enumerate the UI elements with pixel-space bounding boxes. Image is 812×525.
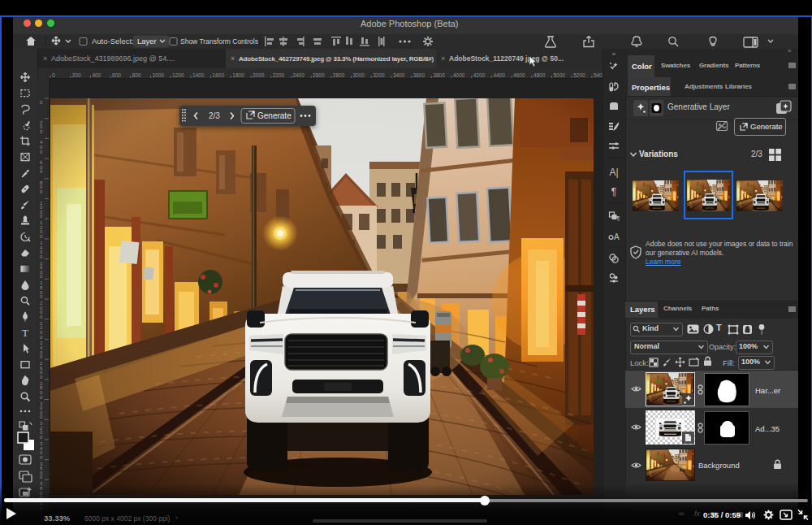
svg-text:A: A (614, 232, 620, 241)
svg-text:2200: 2200 (273, 72, 285, 78)
svg-text:3000: 3000 (40, 401, 43, 420)
svg-text:4200: 4200 (40, 522, 43, 525)
svg-text:400: 400 (92, 72, 101, 78)
svg-text:1200: 1200 (172, 72, 184, 78)
svg-text:2400: 2400 (292, 72, 304, 78)
svg-text:3800: 3800 (433, 72, 445, 78)
svg-text:3600: 3600 (413, 72, 425, 78)
svg-text:1800: 1800 (40, 280, 43, 299)
svg-text:1400: 1400 (192, 72, 205, 78)
svg-text:600: 600 (40, 160, 43, 174)
svg-text:¶: ¶ (616, 215, 620, 222)
svg-text:Generate: Generate (257, 111, 292, 120)
svg-text:3200: 3200 (373, 72, 385, 78)
svg-text:800: 800 (132, 72, 141, 78)
svg-text:200: 200 (40, 120, 43, 134)
svg-text:4400: 4400 (493, 72, 505, 78)
svg-text:2600: 2600 (313, 72, 325, 78)
svg-text:2800: 2800 (40, 381, 43, 400)
svg-text:3400: 3400 (40, 441, 43, 460)
svg-text:¶: ¶ (611, 186, 616, 197)
svg-text:A|: A| (609, 167, 618, 178)
svg-text:4000: 4000 (453, 72, 465, 78)
svg-text:5000: 5000 (554, 72, 566, 78)
svg-text:5400: 5400 (594, 72, 603, 78)
svg-text:3000: 3000 (353, 72, 365, 78)
svg-text:1200: 1200 (40, 220, 43, 239)
svg-text:800: 800 (40, 180, 43, 194)
svg-text:2/3: 2/3 (209, 111, 220, 120)
svg-text:600: 600 (112, 72, 121, 78)
svg-text:2400: 2400 (40, 341, 43, 359)
svg-text:3200: 3200 (40, 421, 43, 440)
svg-text:2000: 2000 (253, 72, 265, 78)
svg-text:0: 0 (40, 100, 43, 105)
svg-text:«: « (612, 50, 616, 58)
svg-text:4200: 4200 (473, 72, 486, 78)
svg-text:200: 200 (72, 72, 81, 78)
svg-text:Layer: Layer (137, 37, 157, 46)
svg-text:2200: 2200 (40, 321, 43, 340)
svg-text:4000: 4000 (40, 501, 43, 520)
svg-text:1600: 1600 (40, 261, 43, 280)
svg-text:1000: 1000 (40, 201, 43, 219)
svg-text:2000: 2000 (40, 301, 43, 319)
svg-text:1600: 1600 (213, 72, 225, 78)
svg-text:3600: 3600 (40, 462, 43, 480)
svg-text:5200: 5200 (573, 72, 585, 78)
svg-text:3400: 3400 (393, 72, 405, 78)
svg-text:400: 400 (40, 140, 43, 154)
svg-text:1800: 1800 (232, 72, 244, 78)
svg-text:T: T (22, 327, 28, 339)
svg-text:1400: 1400 (40, 241, 43, 259)
svg-text:2800: 2800 (333, 72, 345, 78)
svg-text:Auto-Select:: Auto-Select: (92, 37, 134, 46)
svg-text:1000: 1000 (153, 72, 165, 78)
svg-text:0: 0 (52, 72, 55, 78)
svg-text:2600: 2600 (40, 361, 43, 380)
svg-text:4800: 4800 (533, 72, 546, 78)
svg-text:Show Transform Controls: Show Transform Controls (180, 37, 258, 46)
svg-text:4600: 4600 (513, 72, 525, 78)
svg-text:3800: 3800 (40, 481, 43, 500)
